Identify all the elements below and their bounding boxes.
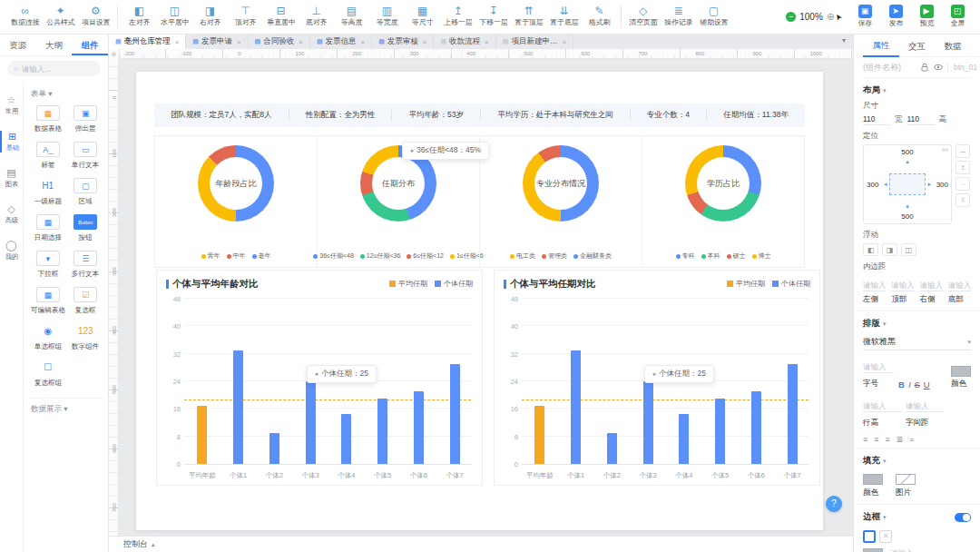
align-text-left-icon[interactable]: ≡ [863, 435, 867, 444]
data-link-button[interactable]: ∞数据连接 [7, 5, 43, 28]
close-icon[interactable]: × [361, 38, 366, 46]
donut-chart-3[interactable]: 专业分布情况电工类管理类金融财务类 [479, 136, 642, 267]
align-hcenter-button[interactable]: ◫水平居中 [157, 5, 192, 28]
bring-front-button[interactable]: ⇈置于顶层 [511, 5, 546, 28]
component-数据表格[interactable]: ▦数据表格 [29, 105, 67, 133]
component-单行文本[interactable]: ▭单行文本 [67, 142, 105, 170]
donut-ring[interactable]: 专业分布情况 [523, 145, 599, 222]
assist-settings-button[interactable]: ▢辅助设置 [696, 5, 731, 28]
fill-image-swatch[interactable] [896, 474, 916, 485]
border-width-input[interactable] [890, 548, 923, 552]
bar-个体2[interactable] [607, 433, 617, 464]
component-复选框组[interactable]: ☐复选框组 [29, 360, 67, 388]
close-icon[interactable]: × [299, 38, 303, 46]
properties-tab-交互[interactable]: 交互 [899, 35, 936, 56]
page-tab[interactable]: ▤合同验收× [249, 34, 310, 49]
align-top-button[interactable]: ⊤顶对齐 [228, 5, 263, 28]
section-typography[interactable]: 排版▾ [863, 311, 971, 334]
component-一级标题[interactable]: H1一级标题 [29, 178, 67, 206]
bar-个体1[interactable] [233, 350, 243, 464]
sidebar-tab-资源[interactable]: 资源 [0, 34, 36, 55]
float-left-icon[interactable]: ◧ [863, 243, 878, 256]
underline-icon[interactable]: U [924, 380, 930, 389]
letter-spacing-input[interactable] [906, 401, 944, 412]
padding-top-input[interactable] [891, 281, 914, 291]
float-none-icon[interactable]: ◫ [901, 243, 916, 256]
align-left-button[interactable]: ◧左对齐 [122, 5, 157, 28]
properties-tab-数据[interactable]: 数据 [935, 35, 971, 56]
properties-tab-属性[interactable]: 属性 [863, 34, 899, 57]
bar-个体1[interactable] [571, 350, 581, 464]
bar-chart-card-tenure[interactable]: 个体与平均任期对比平均任期个体任期081624324048平均年龄个体1个体2个… [494, 270, 820, 486]
donut-chart-4[interactable]: 学历占比专科本科硕士博士 [642, 136, 804, 267]
rail-item-我的[interactable]: ◯我的 [0, 240, 23, 261]
project-settings-button[interactable]: ⚙项目设置 [78, 5, 113, 28]
page-tab[interactable]: ▤收款流程× [434, 34, 495, 49]
padding-right-input[interactable] [920, 281, 943, 291]
donut-charts-card[interactable]: 年龄段占比青年中年老年任期分布36≤任期<4812≤任期<366≤任期<121≤… [154, 135, 805, 268]
align-vcenter-button[interactable]: ⊟垂直居中 [263, 5, 299, 28]
component-下拉框[interactable]: ▾下拉框 [29, 251, 67, 279]
page-tab[interactable]: ▤发票审核× [372, 34, 434, 49]
component-section-header[interactable]: 表单 ▾ [31, 89, 104, 100]
rail-item-高级[interactable]: ◇高级 [0, 203, 23, 225]
bar-chart-card-age[interactable]: 个体与平均年龄对比平均任期个体任期081624324048平均年龄个体1个体2个… [156, 270, 483, 486]
height-input[interactable] [907, 114, 935, 125]
bar-个体6[interactable] [414, 391, 424, 464]
component-复选框[interactable]: ☑复选框 [67, 287, 105, 315]
public-styles-button[interactable]: ✦公共样式 [43, 5, 78, 28]
bar-个体6[interactable] [751, 391, 761, 464]
close-icon[interactable]: × [423, 38, 427, 46]
position-box[interactable]: ⚯ 500 500 300 300 ▴ ▾ ◂ ▸ [863, 144, 952, 224]
section-fill[interactable]: 填充▾ [863, 448, 971, 471]
bar-个体3[interactable] [306, 381, 316, 464]
component-多行文本[interactable]: ☰多行文本 [67, 251, 105, 279]
component-弹出层[interactable]: ▣弹出层 [67, 105, 105, 133]
font-color-swatch[interactable] [951, 366, 971, 377]
component-name-input[interactable] [863, 63, 916, 72]
align-bottom-button[interactable]: ⊥底对齐 [299, 5, 334, 28]
component-数字组件[interactable]: 123数字组件 [67, 323, 105, 351]
width-input[interactable] [863, 114, 890, 125]
padding-bottom-input[interactable] [948, 281, 971, 291]
format-painter-button[interactable]: ✎格式刷 [582, 5, 617, 28]
section-layout[interactable]: 布局▾ [863, 78, 971, 101]
page-tab[interactable]: ▤项目新建申…× [496, 34, 573, 49]
border-none-icon[interactable]: ✕ [879, 530, 892, 543]
bar-个体4[interactable] [679, 414, 689, 464]
zoom-out-icon[interactable]: − [786, 12, 796, 22]
border-color-swatch[interactable] [863, 548, 883, 552]
font-size-input[interactable] [863, 362, 894, 373]
center-horizontal-icon[interactable]: ⇔ [956, 177, 970, 191]
bar-个体5[interactable] [377, 399, 387, 464]
link-constraints-icon[interactable]: ⚯ [942, 146, 948, 154]
position-right-value[interactable]: 300 [936, 181, 948, 189]
border-type-select[interactable]: ╌╌ [930, 548, 946, 552]
tab-overflow-icon[interactable]: ▾ [835, 34, 853, 49]
align-text-distribute-icon[interactable]: = [909, 435, 914, 444]
float-right-icon[interactable]: ◨ [882, 243, 897, 256]
bar-个体5[interactable] [715, 399, 725, 464]
section-border[interactable]: 边框▾ [863, 505, 971, 527]
component-按钮[interactable]: Button按钮 [67, 214, 105, 242]
sidebar-tab-大纲[interactable]: 大纲 [36, 34, 73, 55]
component-标签[interactable]: A_标签 [29, 142, 67, 170]
rail-item-图表[interactable]: ▤图表 [0, 167, 23, 189]
sidebar-tab-组件[interactable]: 组件 [72, 34, 108, 55]
donut-ring[interactable]: 学历占比 [685, 145, 761, 222]
donut-ring[interactable]: 年龄段占比 [198, 145, 274, 222]
close-icon[interactable]: × [485, 38, 489, 46]
history-button[interactable]: ≣操作记录 [661, 5, 696, 28]
strikethrough-icon[interactable]: S [915, 380, 920, 389]
preview-button[interactable]: ▶预览 [911, 5, 942, 29]
border-all-icon[interactable] [863, 530, 876, 543]
position-top-value[interactable]: 500 [901, 148, 913, 156]
artboard[interactable]: 团队规模：定员7人，实配8人性别配置：全为男性平均年龄：53岁平均学历：处于本科… [136, 72, 823, 530]
publish-button[interactable]: ➤发布 [880, 5, 911, 29]
stretch-vertical-icon[interactable]: ↕ [956, 161, 970, 174]
page-tab[interactable]: ▤发票申请× [186, 34, 248, 49]
bar-个体7[interactable] [788, 364, 798, 464]
rail-item-基础[interactable]: ⊞基础 [0, 131, 23, 153]
component-section-header[interactable]: 数据展示 ▾ [31, 404, 104, 415]
help-button[interactable]: ? [826, 496, 842, 512]
